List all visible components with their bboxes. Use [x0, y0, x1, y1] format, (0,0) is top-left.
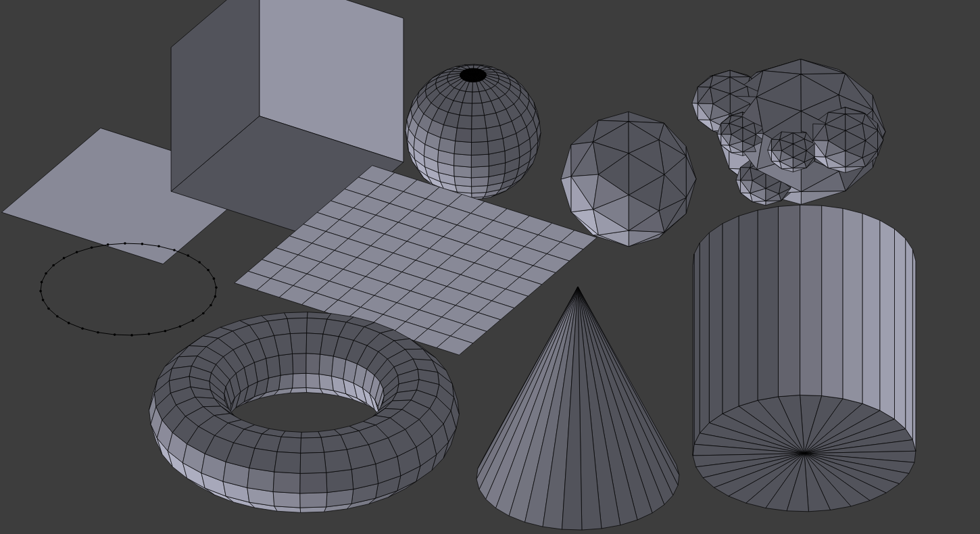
svg-marker-900	[709, 224, 722, 423]
svg-marker-886	[779, 205, 800, 397]
svg-marker-903	[895, 229, 906, 429]
svg-marker-889	[758, 207, 779, 401]
svg-marker-898	[880, 220, 895, 419]
svg-marker-887	[822, 205, 843, 399]
svg-marker-910	[694, 243, 700, 445]
svg-marker-907	[906, 239, 913, 439]
svg-marker-894	[862, 214, 880, 411]
primitive-cylinder[interactable]	[0, 0, 980, 534]
svg-marker-896	[722, 216, 739, 414]
svg-marker-905	[700, 233, 709, 433]
svg-marker-885	[800, 205, 822, 395]
svg-marker-916	[693, 254, 694, 456]
svg-marker-891	[843, 208, 862, 404]
viewport-3d[interactable]	[0, 0, 980, 534]
svg-marker-913	[912, 249, 916, 451]
svg-marker-892	[739, 210, 758, 406]
